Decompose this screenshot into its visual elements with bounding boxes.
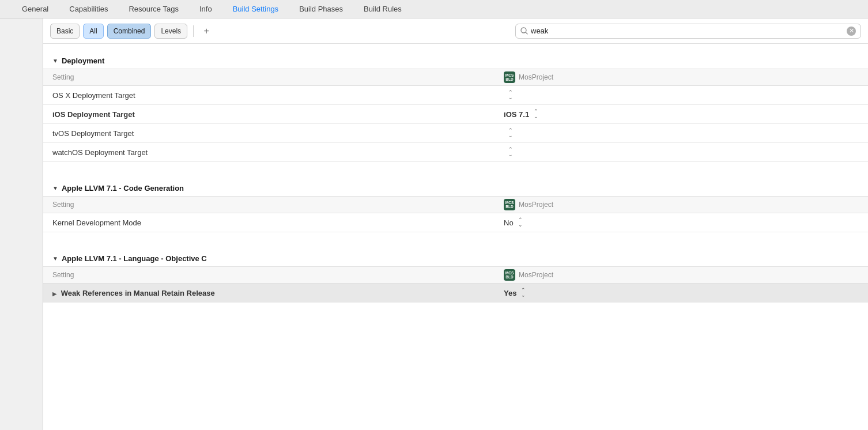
tab-capabilities[interactable]: Capabilities [59,0,118,18]
ios-deployment-target-label: iOS Deployment Target [43,105,497,124]
codegen-project-name: MosProject [519,201,553,209]
weak-refs-value: Yes ⌃⌄ [497,284,868,303]
objc-title: Apple LLVM 7.1 - Language - Objective C [62,254,207,263]
watchos-deployment-target-value: ⌃⌄ [497,143,868,162]
search-clear-button[interactable]: ✕ [847,27,856,36]
weak-refs-label: ▶ Weak References in Manual Retain Relea… [43,284,497,303]
osx-deployment-target-label: OS X Deployment Target [43,86,497,105]
objc-project-col-header: MCSBLD MosProject [497,267,868,284]
weak-refs-stepper[interactable]: ⌃⌄ [521,288,526,298]
tab-info[interactable]: Info [189,0,222,18]
deployment-title: Deployment [62,56,104,65]
toolbar-divider [193,25,194,37]
combined-button[interactable]: Combined [107,24,152,39]
tab-bar: General Capabilities Resource Tags Info … [0,0,868,18]
deployment-project-icon: MCSBLD [504,71,515,83]
tvos-stepper[interactable]: ⌃⌄ [508,128,513,138]
apple-llvm-codegen-section: ▼ Apple LLVM 7.1 - Code Generation Setti… [43,180,868,232]
tab-build-phases[interactable]: Build Phases [289,0,353,18]
deployment-section: ▼ Deployment Setting MCSBLD [43,53,868,162]
add-setting-button[interactable]: + [199,24,213,38]
objc-project-icon: MCSBLD [504,269,515,281]
sidebar [0,18,43,430]
ios-stepper[interactable]: ⌃⌄ [534,109,538,119]
objc-setting-col-header: Setting [43,267,497,284]
objc-header-row: Setting MCSBLD MosProject [43,267,868,284]
tab-build-rules[interactable]: Build Rules [353,0,412,18]
objc-project-name: MosProject [519,271,553,279]
table-row: ▶ Weak References in Manual Retain Relea… [43,284,868,303]
ios-deployment-target-value: iOS 7.1 ⌃⌄ [497,105,868,124]
search-input[interactable] [531,27,844,35]
kernel-stepper[interactable]: ⌃⌄ [518,217,523,228]
codegen-setting-col-header: Setting [43,197,497,213]
deployment-table: Setting MCSBLD MosProject [43,69,868,162]
basic-button[interactable]: Basic [50,24,80,39]
apple-llvm-codegen-header: ▼ Apple LLVM 7.1 - Code Generation [43,180,868,196]
tab-general[interactable]: General [12,0,59,18]
search-icon [520,27,528,35]
toolbar: Basic All Combined Levels + ✕ [43,18,868,44]
deployment-project-name: MosProject [519,73,553,81]
codegen-table: Setting MCSBLD MosProject [43,196,868,232]
right-panel: Basic All Combined Levels + ✕ [43,18,868,430]
codegen-title: Apple LLVM 7.1 - Code Generation [62,184,184,193]
watchos-deployment-target-label: watchOS Deployment Target [43,143,497,162]
apple-llvm-objc-header: ▼ Apple LLVM 7.1 - Language - Objective … [43,251,868,266]
deployment-project-col-header: MCSBLD MosProject [497,69,868,86]
watchos-stepper[interactable]: ⌃⌄ [508,147,513,157]
table-row: Kernel Development Mode No ⌃⌄ [43,213,868,232]
osx-deployment-target-value: ⌃⌄ [497,86,868,105]
objc-triangle: ▼ [52,255,58,262]
svg-line-1 [526,32,527,34]
kernel-dev-mode-label: Kernel Development Mode [43,213,497,232]
tvos-deployment-target-label: tvOS Deployment Target [43,124,497,143]
codegen-project-col-header: MCSBLD MosProject [497,197,868,213]
all-button[interactable]: All [83,24,103,39]
levels-button[interactable]: Levels [154,24,187,39]
deployment-header-row: Setting MCSBLD MosProject [43,69,868,86]
main-content: Basic All Combined Levels + ✕ [0,18,868,430]
kernel-dev-mode-value: No ⌃⌄ [497,213,868,232]
weak-refs-triangle: ▶ [52,291,56,297]
deployment-triangle: ▼ [52,58,58,64]
table-row: OS X Deployment Target ⌃⌄ [43,86,868,105]
codegen-triangle: ▼ [52,185,58,191]
deployment-header: ▼ Deployment [43,53,868,69]
table-row: watchOS Deployment Target ⌃⌄ [43,143,868,162]
deployment-setting-col-header: Setting [43,69,497,86]
tab-build-settings[interactable]: Build Settings [222,0,289,18]
tab-resource-tags[interactable]: Resource Tags [118,0,188,18]
table-row: iOS Deployment Target iOS 7.1 ⌃⌄ [43,105,868,124]
codegen-project-icon: MCSBLD [504,199,515,210]
section-divider-1 [43,162,868,171]
table-row: tvOS Deployment Target ⌃⌄ [43,124,868,143]
settings-area: ▼ Deployment Setting MCSBLD [43,44,868,430]
apple-llvm-objc-section: ▼ Apple LLVM 7.1 - Language - Objective … [43,251,868,303]
objc-table: Setting MCSBLD MosProject [43,266,868,303]
search-box: ✕ [515,24,861,39]
codegen-header-row: Setting MCSBLD MosProject [43,197,868,213]
section-divider-2 [43,232,868,242]
tvos-deployment-target-value: ⌃⌄ [497,124,868,143]
osx-stepper[interactable]: ⌃⌄ [508,90,513,100]
